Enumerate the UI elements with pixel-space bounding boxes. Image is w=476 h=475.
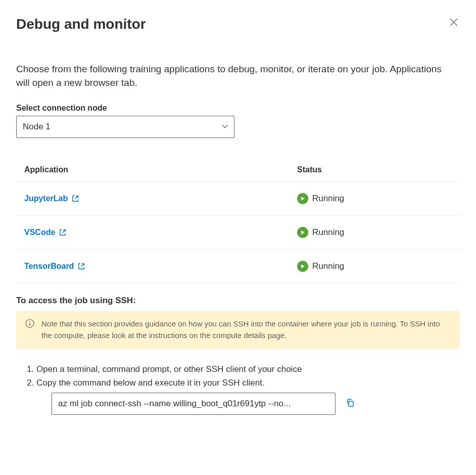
ssh-info-banner: Note that this section provides guidance… <box>16 311 460 349</box>
copy-icon <box>346 398 355 407</box>
application-name: VSCode <box>24 228 55 237</box>
svg-rect-8 <box>349 401 353 406</box>
table-row: JupyterLab Running <box>16 182 460 216</box>
column-header-application: Application <box>24 165 297 174</box>
connection-node-select[interactable]: Node 1 <box>16 116 234 138</box>
application-name: JupyterLab <box>24 194 68 203</box>
ssh-heading: To access the job using SSH: <box>16 296 460 306</box>
application-link-tensorboard[interactable]: TensorBoard <box>24 262 85 271</box>
svg-marker-2 <box>301 197 305 201</box>
external-link-icon <box>59 229 66 236</box>
close-button[interactable] <box>448 16 460 28</box>
ssh-info-text: Note that this section provides guidance… <box>41 318 451 342</box>
application-name: TensorBoard <box>24 262 74 271</box>
running-status-icon <box>297 261 308 272</box>
info-icon <box>25 319 34 328</box>
connection-node-value: Node 1 <box>23 122 51 132</box>
connection-node-label: Select connection node <box>16 104 460 113</box>
status-text: Running <box>312 261 344 271</box>
application-link-jupyterlab[interactable]: JupyterLab <box>24 194 79 203</box>
table-row: TensorBoard Running <box>16 250 460 283</box>
running-status-icon <box>297 227 308 238</box>
status-text: Running <box>312 227 344 238</box>
description-text: Choose from the following training appli… <box>16 63 451 89</box>
ssh-step: Copy the command below and execute it in… <box>36 376 460 390</box>
ssh-step: Open a terminal, command prompt, or othe… <box>36 363 460 376</box>
close-icon <box>450 18 458 26</box>
ssh-steps-list: Open a terminal, command prompt, or othe… <box>36 363 460 390</box>
table-row: VSCode Running <box>16 216 460 250</box>
application-link-vscode[interactable]: VSCode <box>24 228 66 237</box>
svg-marker-3 <box>301 230 305 234</box>
ssh-command-input[interactable]: az ml job connect-ssh --name willing_boo… <box>52 393 336 415</box>
running-status-icon <box>297 193 308 204</box>
svg-marker-4 <box>301 264 305 268</box>
external-link-icon <box>78 263 85 270</box>
page-title: Debug and monitor <box>16 16 146 32</box>
column-header-status: Status <box>297 165 452 174</box>
copy-button[interactable] <box>344 396 357 411</box>
svg-point-7 <box>29 321 30 322</box>
applications-table: Application Status JupyterLab Running <box>16 156 460 283</box>
status-text: Running <box>312 194 344 204</box>
external-link-icon <box>72 195 79 202</box>
